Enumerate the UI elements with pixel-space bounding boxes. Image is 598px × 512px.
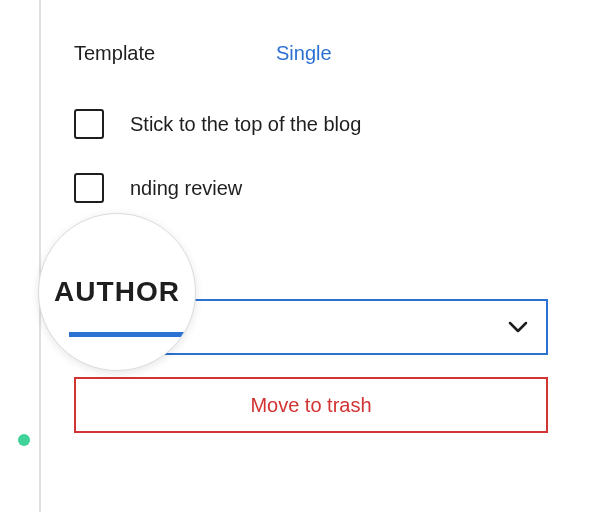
panel-divider (39, 0, 41, 512)
pending-label: nding review (130, 177, 242, 200)
stick-checkbox[interactable] (74, 109, 104, 139)
pending-checkbox[interactable] (74, 173, 104, 203)
stick-row: Stick to the top of the blog (74, 109, 576, 139)
stick-label: Stick to the top of the blog (130, 113, 361, 136)
magnifier-highlight: AUTHOR (38, 213, 196, 371)
template-row: Template Single (74, 0, 576, 65)
magnified-select-border (69, 332, 195, 337)
pending-row: nding review (74, 173, 576, 203)
status-dot (18, 434, 30, 446)
template-label: Template (74, 42, 276, 65)
template-link[interactable]: Single (276, 42, 332, 65)
move-to-trash-button[interactable]: Move to trash (74, 377, 548, 433)
author-heading: AUTHOR (39, 276, 195, 308)
settings-panel: Template Single Stick to the top of the … (74, 0, 576, 433)
trash-label: Move to trash (250, 394, 371, 417)
chevron-down-icon (508, 321, 528, 333)
